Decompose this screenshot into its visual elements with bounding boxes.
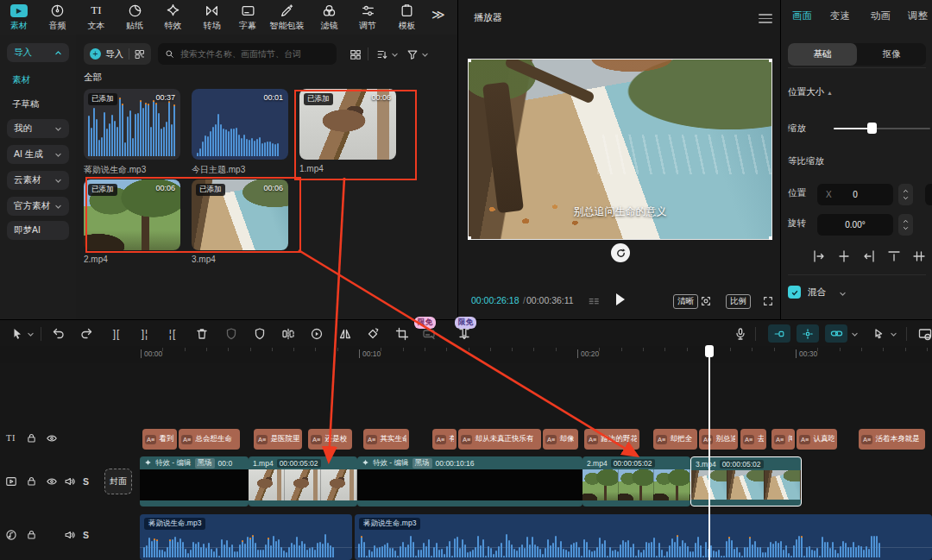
subtab-matting[interactable]: 抠像 (857, 43, 926, 66)
text-clip-8[interactable]: A≡却像 (543, 429, 578, 450)
toolbar-item-5[interactable]: 特效 (154, 3, 192, 32)
toolbar-item-1[interactable]: ▶素材 (0, 3, 38, 32)
eye-icon[interactable] (46, 475, 58, 488)
text-clip-11[interactable]: A≡别总追 (699, 429, 738, 450)
chevron-down-icon[interactable] (391, 51, 399, 59)
audio-clip-2[interactable]: 蒋勋说生命.mp3 (355, 514, 932, 560)
rotation-input[interactable]: 0.00° (817, 214, 893, 236)
text-clip-13[interactable]: A≡闯 (771, 429, 795, 450)
sidebar-item-6[interactable]: 官方素材 (7, 197, 69, 216)
align-top-button[interactable] (884, 248, 904, 265)
clarity-button[interactable]: 清晰 (673, 294, 698, 309)
align-left-button[interactable] (809, 248, 829, 265)
select-tool[interactable] (9, 325, 26, 343)
sidebar-import-button[interactable]: 导入 (7, 43, 69, 62)
qr-grid-icon[interactable] (135, 49, 145, 60)
paragraph-list-icon[interactable] (588, 296, 600, 308)
chevron-down-icon[interactable] (421, 51, 429, 59)
player-menu-icon[interactable] (759, 14, 772, 23)
link-button[interactable] (825, 324, 847, 343)
text-clip-12[interactable]: A≡去 (740, 429, 766, 450)
chevron-down-icon[interactable] (27, 330, 35, 338)
media-card-3.mp4[interactable]: 已添加00:063.mp4 (192, 179, 288, 264)
text-clip-1[interactable]: A≡看到 (142, 429, 177, 450)
blend-checkbox[interactable] (788, 286, 801, 299)
filter-icon[interactable] (406, 48, 419, 60)
scale-slider-thumb[interactable] (867, 123, 877, 134)
rotate-tool[interactable] (364, 325, 381, 343)
layout-view-icon[interactable] (350, 48, 362, 60)
redo-button[interactable] (78, 325, 95, 343)
text-clip-3[interactable]: A≡是医院里 (254, 429, 302, 450)
align-center-horizontal-button[interactable] (834, 248, 854, 265)
timeline-ruler[interactable]: 00:0000:1000:2000:30 (0, 346, 932, 363)
split-delete-right-tool[interactable]: ¦[ (164, 325, 181, 343)
ai-mask-tool[interactable] (223, 325, 240, 343)
text-clip-5[interactable]: A≡其实生命 (363, 429, 409, 450)
toolbar-item-11[interactable]: 模板 (387, 3, 427, 32)
section-position-size[interactable]: 位置大小 ▲ (788, 86, 833, 98)
magnet-snap-button[interactable] (768, 324, 790, 343)
chevron-down-icon[interactable] (839, 290, 847, 298)
text-clip-9[interactable]: A≡路边的野花 (584, 429, 639, 450)
mirror-tool[interactable] (280, 325, 297, 343)
speaker-icon[interactable] (64, 475, 76, 488)
flip-tool[interactable] (337, 325, 354, 343)
speed-tool[interactable] (308, 325, 325, 343)
solo-button[interactable]: S (83, 476, 89, 487)
text-clip-15[interactable]: A≡活着本身就是 (859, 429, 925, 450)
chevron-down-icon[interactable] (890, 330, 897, 338)
position-x-input[interactable]: X 0 (817, 184, 893, 205)
inspector-tab-3[interactable]: 动画 (871, 9, 891, 22)
text-clip-4[interactable]: A≡还是校 (308, 429, 352, 450)
auto-adsorb-button[interactable] (797, 324, 819, 343)
fullscreen-icon[interactable] (762, 295, 774, 307)
position-x-stepper[interactable] (898, 184, 913, 205)
sidebar-item-3[interactable]: 我的 (7, 119, 69, 138)
toolbar-item-2[interactable]: 音频 (38, 3, 77, 32)
resize-handle[interactable] (769, 59, 772, 62)
mask-tool[interactable] (251, 325, 268, 343)
toolbar-item-7[interactable]: 字幕 (231, 3, 264, 32)
play-button[interactable] (616, 293, 625, 305)
chevron-down-icon[interactable] (851, 330, 859, 338)
inspector-tab-4[interactable]: 调整 (908, 9, 928, 22)
sidebar-item-4[interactable]: AI 生成 (7, 145, 69, 164)
cover-button[interactable]: 封面 (104, 469, 132, 494)
preview-cursor-tool[interactable] (870, 325, 887, 343)
toolbar-expand-icon[interactable]: ≫ (431, 7, 445, 22)
toolbar-item-8[interactable]: 智能包装 (264, 3, 310, 32)
lock-icon[interactable] (26, 529, 37, 540)
split-delete-left-tool[interactable]: ]¦ (136, 325, 154, 343)
video-clip-1.mp4[interactable]: 1.mp400:00:05:02 (249, 456, 357, 507)
toolbar-item-3[interactable]: TI文本 (77, 3, 116, 32)
lock-icon[interactable] (26, 432, 37, 444)
text-clip-6[interactable]: A≡有 (432, 429, 457, 450)
undo-button[interactable] (50, 325, 67, 343)
solo-button[interactable]: S (83, 530, 89, 540)
search-input[interactable] (179, 48, 330, 60)
playhead-line[interactable] (708, 345, 710, 560)
resize-handle[interactable] (769, 236, 772, 240)
align-center-vertical-button[interactable] (909, 248, 929, 265)
video-clip-2.mp4[interactable]: 2.mp400:00:05:02 (582, 456, 690, 507)
eye-icon[interactable] (46, 432, 58, 444)
media-card-2.mp4[interactable]: 已添加00:062.mp4 (84, 179, 180, 264)
split-tool[interactable]: ][ (108, 325, 125, 343)
sidebar-item-1[interactable]: 素材 (12, 74, 30, 86)
sidebar-item-5[interactable]: 云素材 (7, 171, 69, 190)
rotate-handle[interactable] (611, 243, 630, 262)
record-voice-button[interactable] (732, 325, 749, 343)
resize-handle[interactable] (468, 59, 471, 62)
text-clip-7[interactable]: A≡却从未真正快乐有 (458, 429, 541, 450)
ratio-button[interactable]: 比例 (726, 294, 751, 309)
inspector-tab-1[interactable]: 画面 (792, 9, 812, 22)
media-card-蒋勋说生命.mp3[interactable]: 已添加00:37蒋勋说生命.mp3 (84, 89, 180, 176)
text-clip-14[interactable]: A≡认真吃 (797, 429, 837, 450)
resize-handle[interactable] (468, 236, 471, 240)
delete-button[interactable] (193, 325, 211, 343)
align-right-button[interactable] (859, 248, 879, 265)
audio-clip-1[interactable]: 蒋勋说生命.mp3 (140, 514, 352, 560)
preview-quality-tool[interactable] (916, 325, 932, 343)
media-import-button[interactable]: + 导入 (84, 43, 151, 65)
